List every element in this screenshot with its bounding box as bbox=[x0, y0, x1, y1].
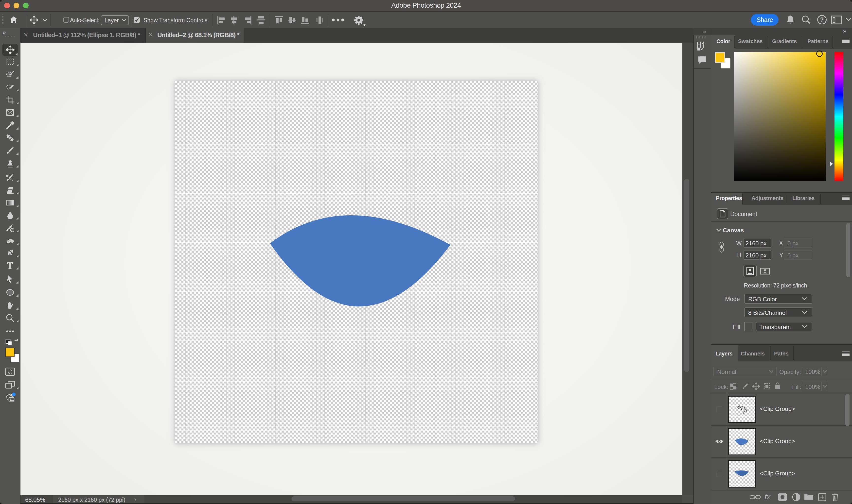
svg-text:?: ? bbox=[820, 17, 824, 23]
